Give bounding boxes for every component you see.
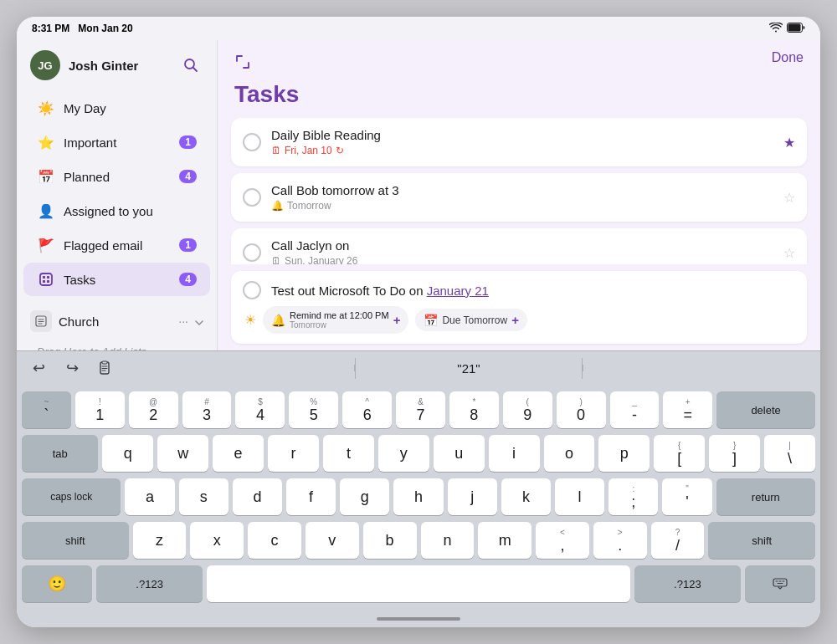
flag-icon: 🚩 [37, 236, 55, 254]
key-j[interactable]: j [448, 478, 497, 515]
key-4[interactable]: $4 [235, 391, 285, 428]
key-h[interactable]: h [393, 478, 443, 515]
key-quote[interactable]: "' [662, 478, 711, 515]
main-header: Done [218, 40, 820, 81]
key-o[interactable]: o [544, 435, 595, 472]
key-equals[interactable]: += [663, 391, 712, 428]
sidebar-item-planned[interactable]: 📅 Planned 4 [23, 160, 210, 193]
key-9[interactable]: (9 [503, 391, 552, 428]
new-task-area: Test out Microsoft To Do on January 21 ☀… [231, 271, 807, 344]
key-6[interactable]: ^6 [342, 391, 392, 428]
search-button[interactable] [178, 53, 203, 78]
task-checkbox-3[interactable] [243, 243, 261, 262]
key-n[interactable]: n [421, 522, 475, 559]
key-minus[interactable]: _- [610, 391, 660, 428]
shift-right-key[interactable]: shift [708, 522, 815, 559]
done-button[interactable]: Done [772, 50, 804, 65]
key-comma[interactable]: <, [536, 522, 589, 559]
task-subtitle-2: 🔔 Tomorrow [271, 200, 773, 212]
task-star-3[interactable]: ☆ [783, 245, 795, 261]
nav-label-flagged: Flagged email [64, 238, 179, 253]
key-r[interactable]: r [268, 435, 319, 472]
calendar-icon-3: 🗓 [271, 255, 281, 264]
key-c[interactable]: c [248, 522, 301, 559]
key-q[interactable]: q [102, 435, 153, 472]
emoji-key[interactable]: 🙂 [22, 565, 92, 602]
sidebar-item-tasks[interactable]: Tasks 4 [23, 263, 210, 296]
key-x[interactable]: x [190, 522, 244, 559]
task-title-2: Call Bob tomorrow at 3 [271, 183, 773, 197]
delete-key[interactable]: delete [716, 391, 815, 428]
key-backslash[interactable]: |\ [764, 435, 815, 472]
key-f[interactable]: f [286, 478, 336, 515]
key-y[interactable]: y [378, 435, 429, 472]
key-a[interactable]: a [125, 478, 174, 515]
new-task-date-link[interactable]: January 21 [427, 284, 489, 298]
key-m[interactable]: m [478, 522, 531, 559]
key-bracket-right[interactable]: }] [709, 435, 760, 472]
caps-lock-key[interactable]: caps lock [22, 478, 121, 515]
key-5[interactable]: %5 [289, 391, 338, 428]
sidebar-item-my-day[interactable]: ☀️ My Day [23, 91, 210, 125]
key-period[interactable]: >. [593, 522, 647, 559]
key-t[interactable]: t [323, 435, 374, 472]
task-star-2[interactable]: ☆ [783, 190, 795, 206]
key-l[interactable]: l [555, 478, 604, 515]
task-subtitle-3: 🗓 Sun, January 26 [271, 255, 773, 264]
expand-icon[interactable] [234, 54, 251, 74]
remind-plus-icon[interactable]: + [393, 313, 401, 327]
task-star-1[interactable]: ★ [783, 135, 795, 151]
tab-key[interactable]: tab [22, 435, 98, 472]
keyboard-row-4: shift z x c v b n m <, >. ?/ shift [22, 522, 815, 559]
key-3[interactable]: #3 [182, 391, 232, 428]
key-b[interactable]: b [363, 522, 417, 559]
key-z[interactable]: z [133, 522, 187, 559]
due-chip[interactable]: 📅 Due Tomorrow + [415, 309, 527, 331]
church-section-header[interactable]: Church ··· [23, 304, 210, 339]
undo-button[interactable]: ↩ [27, 356, 50, 380]
dot-question-right-key[interactable]: .?123 [634, 565, 741, 602]
key-slash[interactable]: ?/ [651, 522, 705, 559]
key-e[interactable]: e [213, 435, 264, 472]
ipad-device: 8:31 PM Mon Jan 20 [17, 17, 820, 627]
dot-question-left-key[interactable]: .?123 [96, 565, 203, 602]
more-icon[interactable]: ··· [178, 314, 188, 328]
space-key[interactable] [207, 565, 630, 602]
keyboard-hide-key[interactable] [745, 565, 815, 602]
new-task-checkbox[interactable] [243, 281, 261, 299]
remind-chip[interactable]: 🔔 Remind me at 12:00 PM Tomorrow + [263, 306, 408, 334]
key-i[interactable]: i [489, 435, 540, 472]
key-2[interactable]: @2 [129, 391, 178, 428]
task-checkbox-1[interactable] [243, 133, 261, 151]
paste-button[interactable] [94, 356, 117, 380]
key-bracket-left[interactable]: {[ [654, 435, 705, 472]
chevron-icon[interactable] [195, 314, 203, 328]
suggestion-right[interactable] [583, 365, 810, 371]
sidebar-item-important[interactable]: ⭐ Important 1 [23, 125, 210, 159]
sidebar-item-flagged[interactable]: 🚩 Flagged email 1 [23, 228, 210, 262]
new-task-text[interactable]: Test out Microsoft To Do on January 21 [271, 284, 795, 298]
key-g[interactable]: g [340, 478, 389, 515]
due-plus-icon[interactable]: + [511, 313, 519, 327]
suggestion-left[interactable] [127, 365, 355, 371]
key-u[interactable]: u [434, 435, 485, 472]
key-p[interactable]: p [598, 435, 650, 472]
key-s[interactable]: s [179, 478, 229, 515]
key-w[interactable]: w [157, 435, 208, 472]
redo-button[interactable]: ↪ [60, 356, 84, 380]
key-v[interactable]: v [306, 522, 359, 559]
sidebar-item-assigned[interactable]: 👤 Assigned to you [23, 194, 210, 227]
key-7[interactable]: &7 [396, 391, 445, 428]
task-checkbox-2[interactable] [243, 188, 261, 207]
key-d[interactable]: d [233, 478, 282, 515]
keyboard-bottom-row: 🙂 .?123 .?123 [22, 565, 815, 602]
key-1[interactable]: !1 [75, 391, 125, 428]
key-tilde-grave[interactable]: ~` [22, 391, 71, 428]
suggestion-center[interactable]: "21" [355, 358, 583, 379]
shift-left-key[interactable]: shift [22, 522, 129, 559]
key-8[interactable]: *8 [449, 391, 499, 428]
key-0[interactable]: )0 [557, 391, 606, 428]
return-key[interactable]: return [716, 478, 815, 515]
key-k[interactable]: k [501, 478, 551, 515]
key-semicolon[interactable]: :; [608, 478, 658, 515]
